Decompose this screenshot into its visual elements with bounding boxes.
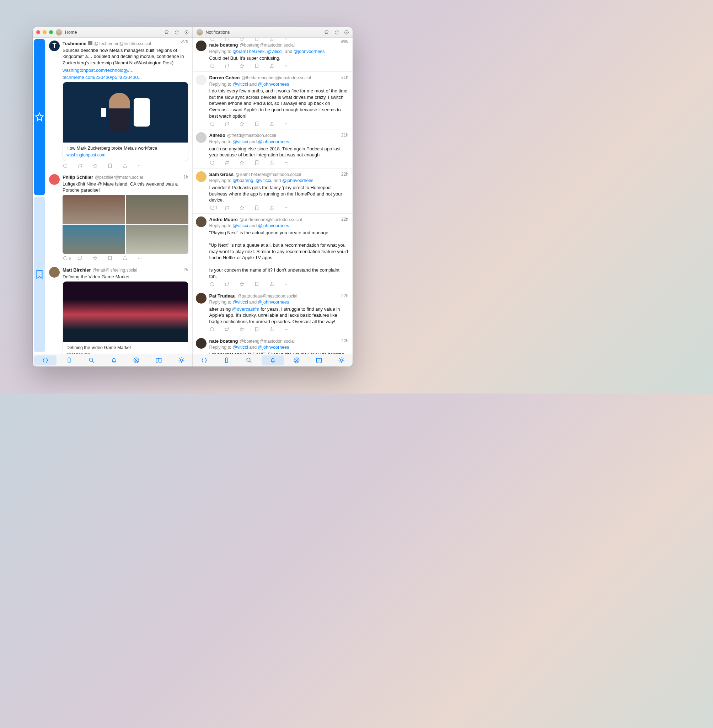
tab-sun[interactable]	[330, 354, 353, 367]
settings-button[interactable]	[184, 30, 189, 35]
refresh-button[interactable]	[334, 30, 339, 35]
mention[interactable]: @johnvoorhees	[282, 178, 313, 183]
feed[interactable]: 6/70 T Techmeme@Techmeme@techhub.social …	[46, 38, 192, 354]
post-link[interactable]: techmeme.com/230430/p5#a230430...	[63, 74, 188, 81]
mention[interactable]: @johnvoorhees	[294, 49, 325, 54]
mention[interactable]: @johnvoorhees	[258, 345, 289, 350]
mention[interactable]: @viticci	[233, 223, 248, 228]
more-action[interactable]	[284, 281, 299, 288]
reply-action[interactable]: 9	[63, 255, 78, 262]
close-dot[interactable]	[36, 30, 40, 34]
author-name[interactable]: Darren Cohen	[209, 75, 240, 81]
tab-book[interactable]	[308, 354, 330, 367]
zoom-dot[interactable]	[49, 30, 53, 34]
link-card[interactable]: How Mark Zuckerberg broke Meta's workfor…	[63, 82, 188, 161]
post[interactable]: Alfredo@frezd@mastodon.social 21h Replyi…	[193, 130, 353, 169]
author-handle[interactable]: @boateng@mastodon.social	[240, 42, 294, 48]
author-handle[interactable]: @matt@isfeeling.social	[92, 267, 137, 273]
author-handle[interactable]: @andremoore@mastodon.social	[240, 217, 302, 222]
star-action[interactable]	[239, 121, 254, 127]
card-image[interactable]	[63, 282, 188, 342]
tab-book[interactable]	[148, 354, 170, 367]
share-action[interactable]	[269, 326, 284, 333]
post[interactable]: nate boateng@boateng@mastodon.social Rep…	[193, 38, 353, 72]
boost-action[interactable]	[224, 326, 239, 333]
minimize-dot[interactable]	[43, 30, 46, 34]
avatar[interactable]	[196, 172, 206, 182]
author-handle[interactable]: @frezd@mastodon.social	[227, 133, 276, 138]
link-card[interactable]: Defining the Video Game Marketbirchtree.…	[63, 281, 188, 354]
tab-profile[interactable]	[285, 354, 308, 367]
bookmark-action[interactable]	[254, 121, 269, 127]
author-name[interactable]: Sam Gross	[209, 172, 234, 178]
bookmark-action[interactable]	[107, 255, 122, 262]
compose-button[interactable]	[164, 30, 169, 35]
card-image[interactable]	[63, 82, 188, 143]
share-action[interactable]	[122, 255, 137, 262]
bookmark-action[interactable]	[254, 326, 269, 333]
bookmark-action[interactable]	[254, 281, 269, 288]
tab-home[interactable]	[34, 355, 57, 365]
author-handle[interactable]: @pschiller@mstdn.social	[95, 175, 143, 180]
author-name[interactable]: Alfredo	[209, 132, 226, 139]
post[interactable]: Pat Trudeau@pattrudeau@mastodon.social 2…	[193, 290, 353, 335]
tab-phone[interactable]	[58, 354, 81, 367]
more-action[interactable]	[284, 326, 299, 333]
tab-profile[interactable]	[125, 354, 148, 367]
author-handle[interactable]: @boateng@mastodon.social	[240, 339, 294, 344]
mention[interactable]: @viticci	[233, 300, 248, 304]
more-action[interactable]	[284, 121, 299, 127]
mention[interactable]: @SamTheGeek	[233, 49, 265, 54]
mention[interactable]: @johnvoorhees	[258, 300, 289, 304]
inline-mention[interactable]: @overcastfm	[232, 306, 260, 312]
compose-button[interactable]	[324, 30, 329, 35]
boost-action[interactable]	[224, 121, 239, 127]
more-action[interactable]	[137, 255, 152, 262]
mention[interactable]: @viticci	[233, 139, 248, 144]
mention[interactable]: @johnvoorhees	[258, 223, 289, 228]
author-name[interactable]: Philip Schiller	[63, 174, 93, 181]
reply-action[interactable]	[209, 281, 224, 288]
tab-bell[interactable]	[262, 355, 284, 365]
reply-action[interactable]: 1	[209, 205, 224, 211]
tab-bell[interactable]	[103, 354, 125, 367]
avatar[interactable]	[196, 132, 206, 143]
avatar[interactable]	[196, 338, 206, 349]
boost-action[interactable]	[224, 281, 239, 288]
avatar[interactable]	[196, 293, 206, 304]
more-action[interactable]	[284, 205, 299, 211]
tab-search[interactable]	[238, 354, 260, 367]
star-action[interactable]	[92, 163, 107, 169]
post[interactable]: nate boateng@boateng@mastodon.social 22h…	[193, 335, 353, 354]
author-handle[interactable]: @SamTheGeek@mastodon.social	[235, 172, 301, 178]
avatar[interactable]	[196, 216, 206, 227]
share-action[interactable]	[122, 163, 137, 169]
avatar[interactable]	[49, 267, 60, 277]
star-action[interactable]	[239, 63, 254, 69]
bookmark-action[interactable]	[254, 160, 269, 166]
boost-action[interactable]	[224, 63, 239, 69]
boost-action[interactable]	[78, 163, 92, 169]
star-action[interactable]	[239, 281, 254, 288]
boost-action[interactable]	[224, 205, 239, 211]
share-action[interactable]	[269, 205, 284, 211]
post[interactable]: Matt Birchler@matt@isfeeling.social 2h D…	[46, 264, 192, 354]
tab-search[interactable]	[81, 354, 103, 367]
author-name[interactable]: Andre Moore	[209, 216, 238, 223]
remove-button[interactable]	[344, 30, 349, 35]
author-name[interactable]: Pat Trudeau	[209, 293, 236, 299]
more-action[interactable]	[284, 160, 299, 166]
feed[interactable]: 6/90 nate boateng@boateng@mastodon.socia…	[193, 38, 353, 354]
refresh-button[interactable]	[174, 30, 179, 35]
account-avatar[interactable]	[56, 29, 62, 36]
avatar[interactable]	[196, 75, 206, 85]
author-name[interactable]: nate boateng	[209, 338, 238, 345]
post[interactable]: Philip Schiller@pschiller@mstdn.social 1…	[46, 172, 192, 264]
post[interactable]: Darren Cohen@thedarrencohen@mastodon.soc…	[193, 72, 353, 130]
post[interactable]: Andre Moore@andremoore@mastodon.social 2…	[193, 213, 353, 290]
star-action[interactable]	[92, 255, 107, 262]
share-action[interactable]	[269, 121, 284, 127]
post[interactable]: Sam Gross@SamTheGeek@mastodon.social 22h…	[193, 169, 353, 213]
share-action[interactable]	[269, 160, 284, 166]
star-action[interactable]	[239, 326, 254, 333]
